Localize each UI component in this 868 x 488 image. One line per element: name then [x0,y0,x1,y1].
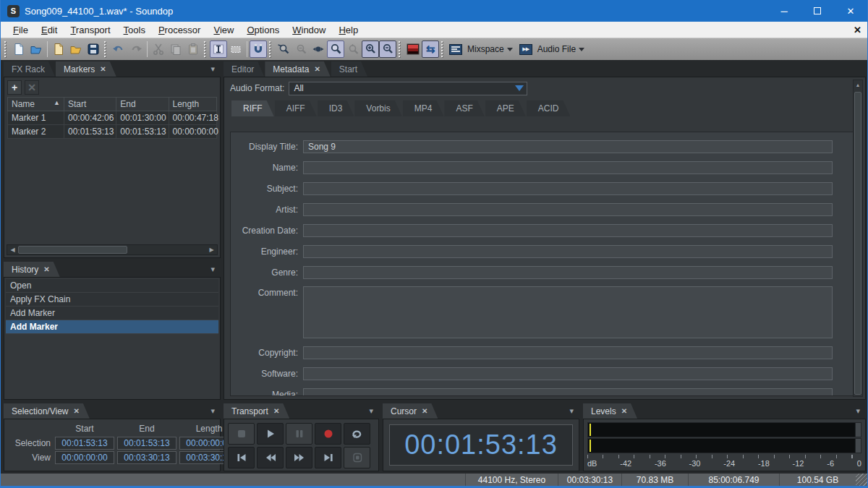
scroll-up-icon[interactable]: ▲ [854,80,862,90]
format-tab-asf[interactable]: ASF [444,100,484,116]
save-button[interactable] [85,40,102,58]
format-tab-id3[interactable]: ID3 [318,100,354,116]
panel-menu-arrow[interactable]: ▾ [210,407,215,415]
close-tab-icon[interactable]: ✕ [621,407,627,415]
panel-menu-arrow[interactable]: ▾ [210,65,215,73]
maximize-button[interactable] [801,0,834,22]
format-tab-mp4[interactable]: MP4 [403,100,444,116]
marquee-selection-tool-button[interactable] [227,40,244,58]
menu-transport[interactable]: Transport [64,23,116,37]
engineer-field[interactable] [303,245,833,258]
name-field[interactable] [303,161,833,174]
mixspace-icon-button[interactable] [447,40,464,58]
go-to-start-button[interactable] [228,447,255,468]
tab-fx-rack[interactable]: FX Rack [4,61,55,77]
tab-start[interactable]: Start [331,61,367,77]
minimize-button[interactable]: ─ [767,0,801,22]
close-tab-icon[interactable]: ✕ [100,65,106,73]
creation-date-field[interactable] [303,224,833,237]
display-title-field[interactable] [303,140,833,153]
comment-field[interactable] [303,286,833,338]
convert-sample-type-button[interactable]: ⇆ [422,40,439,58]
menu-view[interactable]: View [207,23,240,37]
menu-options[interactable]: Options [240,23,286,37]
loop-button[interactable] [344,423,370,445]
close-tab-icon[interactable]: ✕ [314,65,320,73]
toolbar-grip[interactable] [268,40,273,58]
resize-grip[interactable] [856,474,867,486]
selection-end-field[interactable]: 00:01:53:13 [117,437,176,450]
col-header-length[interactable]: Length [169,98,216,111]
scroll-left-icon[interactable]: ◀ [7,247,18,253]
snap-toggle-button[interactable] [250,40,267,58]
mixspace-dropdown-icon[interactable] [507,48,513,51]
undo-button[interactable] [110,40,127,58]
tab-levels[interactable]: Levels✕ [583,403,637,419]
metadata-vertical-scrollbar[interactable]: ▲ [853,80,863,397]
view-end-field[interactable]: 00:03:30:13 [117,451,176,464]
menu-edit[interactable]: Edit [35,23,64,37]
add-marker-button[interactable]: + [7,80,22,95]
go-to-end-button[interactable] [315,447,341,468]
marker-row[interactable]: Marker 1 00:00:42:06 00:01:30:00 00:00:4… [8,111,217,125]
copyright-field[interactable] [303,346,833,359]
scrollbar-track[interactable] [18,245,206,254]
new-audio-file-button[interactable] [10,40,27,58]
audio-file-label[interactable]: Audio File [537,44,576,54]
cursor-time-display[interactable]: 00:01:53:13 [389,424,573,466]
panel-menu-arrow[interactable]: ▾ [210,265,215,273]
tab-history[interactable]: History✕ [4,262,60,277]
scrollbar-thumb[interactable] [854,92,861,395]
view-start-field[interactable]: 00:00:00:00 [55,451,114,464]
genre-field[interactable] [303,266,833,279]
play-button[interactable] [257,423,284,445]
menu-file[interactable]: File [7,23,35,37]
menu-processor[interactable]: Processor [152,23,208,37]
tab-markers[interactable]: Markers✕ [56,61,116,77]
spectrum-display-button[interactable] [404,40,422,58]
close-button[interactable]: ✕ [834,0,867,22]
tab-editor[interactable]: Editor [224,61,264,77]
mixspace-label[interactable]: Mixspace [467,44,504,54]
zoom-fit-horizontal-button[interactable] [310,40,327,58]
time-selection-tool-button[interactable] [210,40,227,58]
panel-menu-arrow[interactable]: ▾ [856,407,860,415]
col-header-end[interactable]: End [116,98,169,111]
toolbar-grip[interactable] [441,40,446,58]
close-tab-icon[interactable]: ✕ [422,407,427,415]
tab-cursor[interactable]: Cursor✕ [383,403,438,419]
markers-horizontal-scrollbar[interactable]: ◀ ▶ [7,244,218,255]
history-item[interactable]: Open [6,279,218,293]
open-project-button[interactable] [67,40,85,58]
format-tab-vorbis[interactable]: Vorbis [354,100,401,116]
col-header-start[interactable]: Start [64,98,116,111]
menu-window[interactable]: Window [286,23,332,37]
toolbar-grip[interactable] [4,40,9,58]
scroll-right-icon[interactable]: ▶ [206,247,217,253]
format-tab-riff[interactable]: RIFF [231,100,274,116]
audio-file-icon-button[interactable]: ▶▶ [517,40,535,58]
subject-field[interactable] [303,182,833,195]
zoom-in-button[interactable] [362,40,379,58]
selection-start-field[interactable]: 00:01:53:13 [55,437,114,450]
toolbar-grip[interactable] [203,40,208,58]
panel-menu-arrow[interactable]: ▾ [369,407,373,415]
audio-file-dropdown-icon[interactable] [579,48,584,51]
zoom-tool-button[interactable] [327,40,344,58]
level-meters[interactable] [587,422,861,454]
software-field[interactable] [303,367,833,380]
open-audio-file-button[interactable] [27,40,45,58]
new-project-button[interactable] [50,40,67,58]
format-tab-ape[interactable]: APE [485,100,526,116]
zoom-selection-button[interactable] [275,40,292,58]
scrollbar-thumb[interactable] [18,246,127,254]
col-header-name[interactable]: Name▲ [8,98,64,111]
marker-row[interactable]: Marker 2 00:01:53:13 00:01:53:13 00:00:0… [8,125,217,139]
close-tab-icon[interactable]: ✕ [74,407,80,415]
toolbar-grip[interactable] [398,40,403,58]
artist-field[interactable] [303,203,833,216]
record-button[interactable] [315,423,341,445]
fast-forward-button[interactable] [286,447,312,468]
close-document-icon[interactable]: ✕ [854,25,861,35]
rewind-button[interactable] [257,447,284,468]
